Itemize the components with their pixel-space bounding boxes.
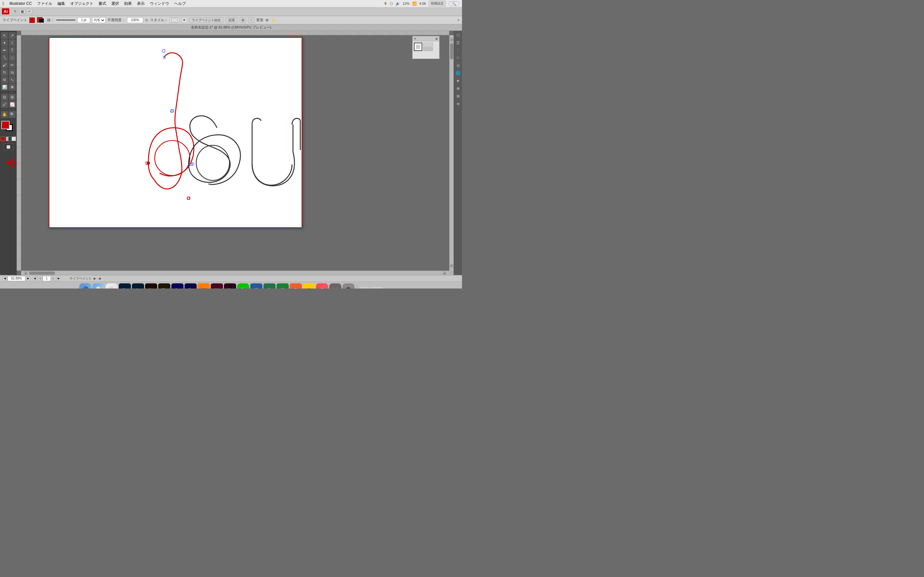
tool-artboard[interactable]: ⊟ [1, 93, 8, 101]
page-input[interactable] [43, 276, 51, 281]
lp-icon-dots[interactable]: ⁙ [248, 17, 254, 23]
menu-object[interactable]: オブジェクト [68, 0, 95, 7]
color-mode-gradient[interactable] [6, 137, 11, 141]
lp-stroke-style[interactable]: 均等 [92, 17, 105, 23]
dock-ps[interactable]: Ps [119, 284, 131, 289]
status-arrow-right[interactable]: ▶ [94, 277, 96, 280]
lp-style-box[interactable] [170, 17, 179, 23]
dock-lr[interactable]: Lr [132, 284, 144, 289]
dock-finder[interactable]: 🔵 [79, 284, 91, 289]
status-arrow-left[interactable]: ◀ [98, 277, 101, 280]
menu-edit[interactable]: 編集 [55, 0, 67, 7]
lp-opacity[interactable] [127, 17, 143, 23]
dock-line[interactable]: L [237, 284, 249, 289]
dock-space[interactable]: SPACE [370, 287, 383, 289]
dock-mu[interactable]: Mu [224, 284, 236, 289]
dock-notes[interactable]: N [303, 284, 315, 289]
zoom-in-btn[interactable]: ▶ [26, 276, 31, 281]
next-btn[interactable]: ▷ [51, 276, 56, 281]
panel-btn-4[interactable]: ◎ [455, 62, 461, 69]
tool-slice[interactable]: ⊞ [9, 93, 16, 101]
dock-safari[interactable]: 🧭 [92, 284, 105, 289]
prev-btn[interactable]: ◁ [37, 276, 42, 281]
mini-swatch-a[interactable] [423, 43, 433, 47]
dock-bridge[interactable]: Br [158, 284, 170, 289]
tool-symbol[interactable]: ❋ [9, 84, 16, 91]
tool-type[interactable]: T [9, 47, 16, 54]
zoom-out-btn[interactable]: ◀ [3, 276, 7, 281]
tool-lasso[interactable]: ⌇ [9, 39, 16, 47]
dock-ai[interactable]: Ai [198, 284, 210, 289]
scroll-right-btn[interactable]: ► [443, 271, 447, 275]
dock-excel[interactable]: X [263, 284, 276, 289]
mini-panel-close[interactable]: ✕ [414, 37, 417, 40]
panel-btn-2[interactable]: ☰ [455, 40, 461, 46]
prev-page-btn[interactable]: ◀ [32, 276, 37, 281]
mini-swatch-b[interactable] [423, 47, 433, 51]
fill-color[interactable] [1, 121, 10, 129]
scroll-horizontal[interactable]: ◄ ► [21, 271, 449, 275]
dock-numbers[interactable]: N [276, 284, 289, 289]
scroll-thumb-v[interactable] [450, 43, 453, 59]
lp-paint-button[interactable]: ライブペイント結合 [189, 17, 224, 23]
tool-pen[interactable]: ✒ [1, 47, 8, 54]
dock-pr[interactable]: Pr [184, 284, 197, 289]
tool-hand[interactable]: ✋ [1, 111, 8, 118]
panel-btn-7[interactable]: ⊕ [455, 85, 461, 92]
dock-web[interactable]: WEB [359, 287, 369, 289]
lp-link-icon[interactable]: ⚡ [271, 18, 276, 23]
tool-rotate[interactable]: ↻ [1, 69, 8, 76]
toolbar-brush-btn[interactable]: ✏ [27, 9, 32, 14]
dock-ae[interactable]: Ae [171, 284, 184, 289]
color-mode-color[interactable] [1, 137, 5, 141]
scroll-thumb-h[interactable] [29, 271, 55, 275]
lp-style-dropdown[interactable]: ▼ [181, 17, 187, 23]
menu-window[interactable]: ウィンドウ [148, 0, 171, 7]
menubar-workspace[interactable]: 初期設定 [429, 1, 446, 6]
lp-fill-color[interactable] [29, 17, 35, 23]
menu-effect[interactable]: 効果 [122, 0, 134, 7]
tool-select-arrow[interactable]: ↖ [1, 32, 8, 39]
tool-graph[interactable]: 📊 [1, 84, 8, 91]
tool-warp[interactable]: ≋ [1, 76, 8, 83]
toolbar-grid-btn[interactable]: ▦ [19, 9, 25, 14]
menubar-search[interactable]: 🔍 [449, 1, 459, 6]
tool-rect[interactable]: □ [9, 54, 16, 61]
tool-line[interactable]: ╲ [1, 54, 8, 61]
lp-icon-grid[interactable]: ⊞ [240, 17, 246, 23]
document-canvas[interactable] [49, 37, 302, 228]
tool-mirror[interactable]: ⇆ [9, 69, 16, 76]
dock-an[interactable]: An [145, 284, 157, 289]
panel-btn-6[interactable]: ★ [455, 77, 461, 84]
scroll-vertical[interactable]: ▲ ▼ [449, 35, 454, 271]
zoom-input[interactable] [8, 276, 25, 281]
mini-fill-swatch[interactable] [414, 43, 422, 51]
panel-btn-8[interactable]: ⊞ [455, 93, 461, 99]
lp-panel-options[interactable]: ≡ [457, 18, 459, 22]
menu-file[interactable]: ファイル [35, 0, 54, 7]
menu-help[interactable]: ヘルプ [172, 0, 188, 7]
tool-direct-select[interactable]: ↗ [9, 32, 16, 39]
mini-panel-expand[interactable]: ⊞ [435, 37, 438, 40]
canvas-area[interactable]: ✕ ⊞ ▲ ▼ ◄ [17, 31, 454, 275]
tool-paintbrush[interactable]: 🖌 [1, 61, 8, 69]
tool-zoom[interactable]: 🔍 [9, 111, 16, 118]
panel-btn-1[interactable]: ⬡ [455, 32, 461, 39]
scroll-up-btn[interactable]: ▲ [450, 38, 453, 42]
dock-word[interactable]: W [250, 284, 262, 289]
menu-view[interactable]: 表示 [135, 0, 147, 7]
lp-color-selector[interactable] [37, 17, 45, 23]
dock-app5[interactable]: 👩 [342, 284, 355, 289]
menu-app-name[interactable]: Illustrator CC [7, 1, 34, 6]
tool-chart2[interactable]: 📈 [9, 101, 16, 108]
toolbar-st-btn[interactable]: St [12, 9, 18, 14]
dock-app4[interactable]: 🐻 [329, 284, 341, 289]
tool-scale[interactable]: ⤡ [9, 76, 16, 83]
lp-transform-icon[interactable]: ⊕ [265, 18, 269, 23]
view-mode-btn[interactable]: ⬜ [3, 143, 13, 150]
next-page-btn[interactable]: ▶ [57, 276, 61, 281]
tool-pencil[interactable]: ✏ [9, 61, 16, 69]
dock-photos[interactable]: 🌸 [105, 284, 118, 289]
lp-expand-button[interactable]: 拡張 [226, 17, 238, 23]
menu-select[interactable]: 選択 [110, 0, 121, 7]
